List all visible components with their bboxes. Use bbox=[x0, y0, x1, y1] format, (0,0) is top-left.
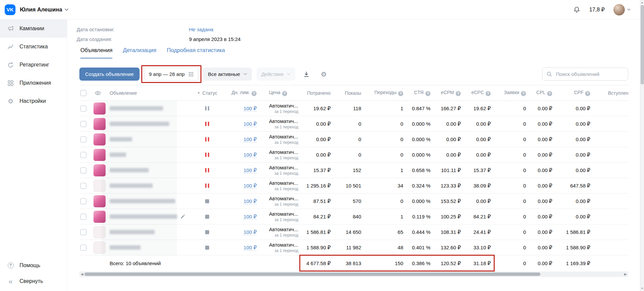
help-icon[interactable]: ? bbox=[547, 91, 552, 96]
row-checkbox[interactable] bbox=[80, 229, 86, 235]
column-header-price[interactable]: Цена? bbox=[259, 90, 301, 96]
help-icon[interactable]: ? bbox=[282, 91, 287, 96]
date-range-picker[interactable]: 9 апр — 28 апр bbox=[144, 68, 198, 81]
profile-menu[interactable] bbox=[613, 4, 631, 15]
vertical-scrollbar-thumb[interactable] bbox=[641, 5, 644, 84]
ad-name-blurred[interactable] bbox=[110, 214, 177, 219]
ad-name-blurred[interactable] bbox=[110, 137, 132, 141]
column-header-ecpc[interactable]: eCPC? bbox=[463, 90, 493, 96]
daily-limit-link[interactable]: 100 ₽ bbox=[243, 106, 257, 112]
row-checkbox[interactable] bbox=[80, 245, 86, 251]
row-checkbox[interactable] bbox=[80, 214, 86, 220]
select-all-checkbox[interactable] bbox=[80, 90, 86, 96]
column-header-clicks[interactable]: Переходы? bbox=[364, 90, 406, 96]
sidebar-item-settings[interactable]: ⚙ Настройки bbox=[0, 92, 67, 110]
ad-name-blurred[interactable] bbox=[110, 122, 169, 126]
ad-name-blurred[interactable] bbox=[110, 168, 149, 172]
column-header-cpf[interactable]: CPF? bbox=[555, 90, 593, 96]
export-download-button[interactable] bbox=[300, 68, 313, 81]
scroll-right-arrow-icon[interactable]: ▶ bbox=[623, 272, 628, 277]
ad-thumbnail[interactable] bbox=[93, 211, 106, 223]
column-header-name[interactable]: Объявление bbox=[110, 90, 190, 96]
sidebar-item-collapse[interactable]: « Свернуть bbox=[0, 273, 67, 289]
daily-limit-link[interactable]: 100 ₽ bbox=[243, 245, 257, 251]
account-balance[interactable]: 17,8 ₽ bbox=[589, 6, 605, 13]
actions-dropdown[interactable]: Действия bbox=[257, 68, 295, 81]
daily-limit-link[interactable]: 100 ₽ bbox=[243, 214, 257, 220]
daily-limit-link[interactable]: 100 ₽ bbox=[243, 167, 257, 173]
tab-detailing[interactable]: Детализация bbox=[123, 47, 156, 58]
horizontal-scrollbar-thumb[interactable] bbox=[84, 273, 540, 276]
ad-thumbnail[interactable] bbox=[93, 180, 106, 192]
search-input[interactable] bbox=[542, 68, 628, 81]
row-checkbox[interactable] bbox=[80, 198, 86, 204]
daily-limit-link[interactable]: 100 ₽ bbox=[243, 136, 257, 142]
ad-thumbnail[interactable] bbox=[93, 149, 106, 161]
vk-logo[interactable]: VK bbox=[5, 4, 15, 15]
ad-thumbnail[interactable] bbox=[93, 133, 106, 146]
ad-name-blurred[interactable] bbox=[110, 230, 155, 234]
horizontal-scrollbar[interactable]: ◀ ▶ bbox=[79, 272, 628, 277]
notifications-bell-icon[interactable] bbox=[573, 6, 580, 13]
column-header-joins[interactable]: Вступлени bbox=[593, 90, 628, 96]
ad-name-blurred[interactable] bbox=[110, 245, 141, 250]
scroll-left-arrow-icon[interactable]: ◀ bbox=[79, 272, 85, 277]
vertical-scrollbar[interactable]: ▲ ▼ bbox=[640, 0, 644, 291]
ad-thumbnail[interactable] bbox=[93, 242, 106, 254]
row-checkbox[interactable] bbox=[80, 136, 86, 142]
sidebar-item-help[interactable]: ? Помощь bbox=[0, 257, 67, 273]
daily-limit-link[interactable]: 100 ₽ bbox=[243, 229, 257, 235]
row-checkbox[interactable] bbox=[80, 121, 86, 127]
edit-pencil-icon[interactable] bbox=[180, 214, 185, 219]
row-checkbox[interactable] bbox=[80, 183, 86, 189]
daily-limit-link[interactable]: 100 ₽ bbox=[243, 152, 257, 158]
column-header-cpl[interactable]: CPL? bbox=[529, 90, 555, 96]
daily-limit-link[interactable]: 100 ₽ bbox=[243, 183, 257, 189]
tab-ads[interactable]: Объявления bbox=[80, 47, 112, 58]
column-header-spent[interactable]: Потрачено bbox=[301, 90, 333, 96]
ad-thumbnail[interactable] bbox=[93, 226, 106, 238]
sidebar-item-statistics[interactable]: Статистика bbox=[0, 38, 67, 56]
column-header-daily-limit[interactable]: Дн. лим.? bbox=[224, 90, 259, 96]
create-ad-button[interactable]: Создать объявление bbox=[79, 68, 140, 81]
ad-thumbnail[interactable] bbox=[93, 164, 106, 176]
column-header-leads[interactable]: Заявки? bbox=[493, 90, 529, 96]
daily-limit-link[interactable]: 100 ₽ bbox=[243, 198, 257, 204]
ad-name-blurred[interactable] bbox=[110, 106, 163, 111]
help-icon[interactable]: ? bbox=[456, 91, 461, 96]
daily-limit-link[interactable]: 100 ₽ bbox=[243, 121, 257, 127]
stop-date-value[interactable]: Не задана bbox=[189, 27, 213, 32]
help-icon[interactable]: ? bbox=[398, 91, 403, 96]
ad-thumbnail[interactable] bbox=[93, 118, 106, 130]
column-header-ctr[interactable]: CTR? bbox=[406, 90, 433, 96]
scroll-up-arrow-icon[interactable]: ▲ bbox=[640, 1, 644, 4]
column-header-status[interactable]: ▼ Статус bbox=[190, 90, 224, 96]
ad-thumbnail[interactable] bbox=[93, 195, 106, 207]
help-icon[interactable]: ? bbox=[425, 91, 430, 96]
help-icon[interactable]: ? bbox=[521, 91, 526, 96]
help-icon[interactable]: ? bbox=[486, 91, 491, 96]
account-name[interactable]: Юлия Алешина bbox=[20, 6, 62, 13]
ad-name-blurred[interactable] bbox=[110, 183, 153, 188]
row-checkbox[interactable] bbox=[80, 152, 86, 158]
help-icon[interactable]: ? bbox=[585, 91, 590, 96]
column-header-impressions[interactable]: Показы bbox=[333, 90, 364, 96]
tab-detailed-statistics[interactable]: Подробная статистика bbox=[167, 47, 225, 58]
row-checkbox[interactable] bbox=[80, 167, 86, 173]
visibility-eye-icon[interactable] bbox=[94, 90, 101, 96]
price-note: за 1 переход bbox=[269, 156, 301, 160]
sidebar-item-retargeting[interactable]: Ретаргетинг bbox=[0, 56, 67, 74]
column-header-ecpm[interactable]: eCPM? bbox=[433, 90, 463, 96]
sidebar-item-campaigns[interactable]: Кампании bbox=[0, 19, 67, 38]
ad-thumbnail[interactable] bbox=[93, 102, 106, 115]
status-filter-dropdown[interactable]: Все активные bbox=[203, 68, 252, 81]
table-settings-button[interactable]: ⚙ bbox=[317, 68, 330, 81]
scroll-down-arrow-icon[interactable]: ▼ bbox=[640, 287, 644, 290]
row-checkbox[interactable] bbox=[80, 106, 86, 112]
help-icon[interactable]: ? bbox=[252, 91, 257, 96]
avatar[interactable] bbox=[613, 4, 625, 15]
ad-name-blurred[interactable] bbox=[110, 153, 126, 157]
account-chevron-down-icon[interactable] bbox=[65, 8, 69, 11]
sidebar-item-apps[interactable]: Приложения bbox=[0, 74, 67, 92]
ad-name-blurred[interactable] bbox=[110, 199, 175, 203]
